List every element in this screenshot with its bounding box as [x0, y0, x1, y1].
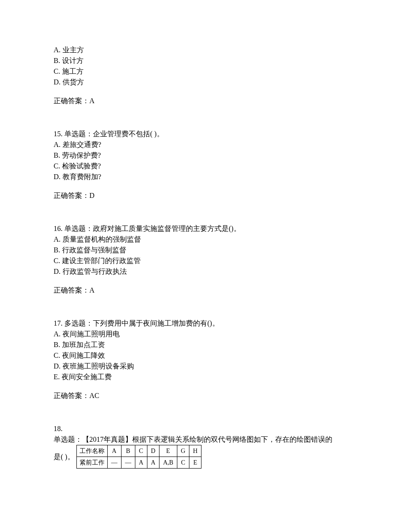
option-D: D. 夜班施工照明设备采购 — [54, 361, 357, 372]
option-C: C. 检验试验费? — [54, 161, 357, 172]
header-cell: H — [189, 445, 201, 457]
header-cell: E — [159, 445, 177, 457]
option-A: A. 夜间施工照明用电 — [54, 329, 357, 339]
data-cell: A,B — [159, 457, 177, 469]
stem-prefix: 是( )。 — [54, 452, 75, 462]
option-A: A. 业主方 — [54, 45, 357, 55]
row-label: 紧前工作 — [76, 457, 107, 469]
question-number: 18. — [54, 423, 357, 434]
header-cell: C — [135, 445, 147, 457]
header-cell: D — [147, 445, 159, 457]
option-D: D. 行政监管与行政执法 — [54, 266, 357, 277]
logic-table: 工作名称 A B C D E G H 紧前工作 — — A A A,B C E — [76, 445, 201, 469]
option-B: B. 设计方 — [54, 55, 357, 66]
option-D: D. 供货方 — [54, 77, 357, 88]
data-cell: A — [135, 457, 147, 469]
row-label: 工作名称 — [76, 445, 107, 457]
table-data-row: 紧前工作 — — A A A,B C E — [76, 457, 201, 469]
data-cell: E — [189, 457, 201, 469]
question-14-tail: A. 业主方 B. 设计方 C. 施工方 D. 供货方 正确答案：A — [54, 45, 357, 106]
correct-answer: 正确答案：D — [54, 190, 357, 201]
header-cell: B — [121, 445, 135, 457]
option-C: C. 夜间施工降效 — [54, 350, 357, 361]
data-cell: — — [121, 457, 135, 469]
question-stem-line1: 单选题：【2017年真题】根据下表逻辑关系绘制的双代号网络图如下，存在的绘图错误… — [54, 434, 357, 445]
question-stem-line2: 是( )。 工作名称 A B C D E G H 紧前工作 — — A A A,… — [54, 445, 357, 469]
correct-answer: 正确答案：A — [54, 285, 357, 296]
correct-answer: 正确答案：A — [54, 96, 357, 106]
question-18: 18. 单选题：【2017年真题】根据下表逻辑关系绘制的双代号网络图如下，存在的… — [54, 423, 357, 469]
option-A: A. 差旅交通费? — [54, 139, 357, 150]
question-stem: 17. 多选题：下列费用中属于夜间施工增加费的有()。 — [54, 318, 357, 329]
question-17: 17. 多选题：下列费用中属于夜间施工增加费的有()。 A. 夜间施工照明用电 … — [54, 318, 357, 401]
table-header-row: 工作名称 A B C D E G H — [76, 445, 201, 457]
data-cell: — — [107, 457, 121, 469]
option-B: B. 行政监督与强制监督 — [54, 245, 357, 256]
question-15: 15. 单选题：企业管理费不包括( )。 A. 差旅交通费? B. 劳动保护费?… — [54, 129, 357, 201]
option-C: C. 施工方 — [54, 66, 357, 77]
question-16: 16. 单选题：政府对施工质量实施监督管理的主要方式是()。 A. 质量监督机构… — [54, 223, 357, 296]
correct-answer: 正确答案：AC — [54, 390, 357, 401]
data-cell: A — [147, 457, 159, 469]
header-cell: G — [177, 445, 189, 457]
option-D: D. 教育费附加? — [54, 172, 357, 182]
header-cell: A — [107, 445, 121, 457]
option-E: E. 夜间安全施工费 — [54, 372, 357, 382]
option-B: B. 劳动保护费? — [54, 150, 357, 161]
option-C: C. 建设主管部门的行政监管 — [54, 256, 357, 266]
option-A: A. 质量监督机构的强制监督 — [54, 234, 357, 245]
option-B: B. 加班加点工资 — [54, 339, 357, 350]
question-stem: 16. 单选题：政府对施工质量实施监督管理的主要方式是()。 — [54, 223, 357, 234]
data-cell: C — [177, 457, 189, 469]
question-stem: 15. 单选题：企业管理费不包括( )。 — [54, 129, 357, 139]
